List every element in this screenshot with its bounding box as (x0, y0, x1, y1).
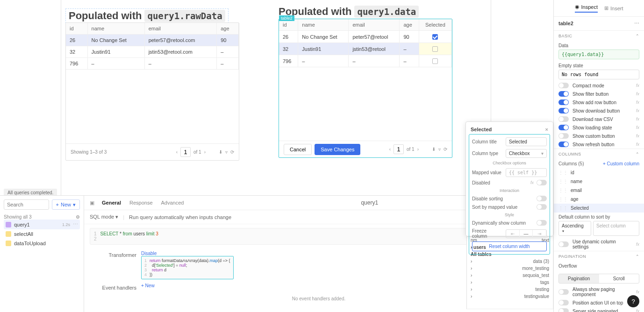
save-button[interactable]: Save Changes (315, 144, 360, 155)
toggle[interactable] (558, 289, 569, 295)
panel-icon[interactable]: ▣ (90, 200, 94, 206)
table-row[interactable]: 32Justin91jstin53@retool– (279, 43, 452, 55)
tab-general[interactable]: General (102, 200, 121, 206)
overflow-segment[interactable]: PaginationScroll (558, 274, 639, 284)
page-input[interactable] (180, 147, 191, 157)
close-icon[interactable]: × (545, 127, 548, 132)
refresh-icon[interactable]: ⟳ (230, 149, 234, 155)
toggle[interactable] (558, 125, 569, 130)
transformer-editor[interactable]: 1234 return formatDataAsArray(data).map(… (141, 256, 234, 279)
toggle[interactable] (558, 308, 569, 312)
download-icon[interactable]: ⬇ (219, 149, 222, 155)
sql-mode-select[interactable]: SQL mode ▾ (90, 214, 118, 220)
collapse-icon[interactable]: ⌃ (636, 254, 640, 259)
sidebar-item-query1[interactable]: query1 1.2s ⋯ (4, 220, 80, 229)
checkbox-icon[interactable] (432, 34, 438, 40)
schema-item[interactable]: › more_testing (467, 265, 553, 272)
col-email[interactable]: email (144, 23, 217, 35)
drag-icon[interactable]: ⋮⋮ (558, 170, 568, 175)
tab-response[interactable]: Response (129, 200, 153, 206)
reset-width-button[interactable]: Reset column width (472, 241, 547, 251)
sort-dir-select[interactable]: Ascending ▾ (558, 221, 591, 236)
schema-item[interactable]: › tags (467, 279, 553, 286)
column-item[interactable]: ⋮⋮age (554, 195, 644, 204)
data-input[interactable] (558, 50, 639, 59)
run-mode-select[interactable]: Run query automatically when inputs chan… (129, 214, 231, 220)
next-icon[interactable]: › (417, 147, 419, 152)
disabled-toggle[interactable] (537, 180, 547, 185)
sort-col-select[interactable]: Select column (593, 221, 639, 236)
tab-inspect[interactable]: ◉ Inspect (575, 4, 598, 13)
checkbox-icon[interactable] (432, 46, 438, 52)
page-input[interactable] (394, 144, 404, 154)
more-icon[interactable]: ⋯ (73, 221, 78, 227)
checkbox-icon[interactable] (432, 58, 438, 64)
drag-icon[interactable]: ⋮⋮ (558, 197, 568, 202)
dyn-cols-toggle[interactable] (558, 241, 569, 247)
search-input[interactable] (4, 199, 49, 210)
table-row[interactable]: 796––– (66, 58, 239, 70)
table-row[interactable]: 32Justin91jstin53@retool.com– (66, 46, 239, 58)
toggle[interactable] (558, 91, 569, 97)
toggle[interactable] (558, 83, 569, 88)
table-row[interactable]: 26No Change Setpeter57@retool.com90 (66, 35, 239, 46)
column-type-select[interactable]: Checkbox ▾ (506, 149, 547, 158)
col-email[interactable]: email (349, 19, 400, 31)
col-name[interactable]: name (298, 19, 349, 31)
schema-item[interactable]: › sequoia_test (467, 272, 553, 279)
toggle[interactable] (558, 133, 569, 139)
tab-advanced[interactable]: Advanced (161, 200, 184, 206)
disable-link[interactable]: Disable (141, 251, 157, 256)
tab-insert[interactable]: ⊞ Insert (604, 4, 623, 13)
disable-sort-toggle[interactable] (537, 196, 547, 201)
help-button[interactable]: ? (627, 295, 639, 307)
col-selected[interactable]: Selected (419, 19, 451, 31)
toggle[interactable] (558, 142, 569, 147)
table-row[interactable]: 796––– (279, 55, 452, 67)
new-handler-link[interactable]: + New (141, 283, 155, 288)
toggle[interactable] (558, 108, 569, 113)
column-item[interactable]: ⋮⋮email (554, 186, 644, 195)
collapse-icon[interactable]: ⌃ (636, 152, 640, 156)
cancel-button[interactable]: Cancel (284, 144, 312, 155)
prev-icon[interactable]: ‹ (389, 147, 391, 152)
new-button[interactable]: + New ▾ (52, 199, 80, 210)
mapped-value-input[interactable]: {{ self }} (506, 168, 547, 177)
sidebar-item-datatoupload[interactable]: dataToUpload (4, 239, 80, 248)
settings-icon[interactable]: ⚙ (76, 214, 80, 220)
filter-icon[interactable]: ▿ (438, 147, 441, 152)
column-item[interactable]: ⋮⋮Selected (554, 204, 644, 213)
empty-input[interactable] (558, 70, 639, 79)
sort-mapped-toggle[interactable] (537, 204, 547, 210)
toggle[interactable] (558, 99, 569, 105)
toggle[interactable] (558, 300, 569, 305)
prev-icon[interactable]: ‹ (176, 149, 178, 155)
add-column-link[interactable]: + Custom column (603, 161, 639, 166)
next-icon[interactable]: › (204, 149, 206, 155)
sidebar-item-selectall[interactable]: selectAll (4, 229, 80, 239)
schema-item[interactable]: › testing (467, 286, 553, 293)
column-item[interactable]: ⋮⋮id (554, 168, 644, 177)
col-age[interactable]: age (217, 23, 239, 35)
drag-icon[interactable]: ⋮⋮ (558, 179, 568, 184)
drag-icon[interactable]: ⋮⋮ (558, 188, 568, 193)
more-icon[interactable]: ⋯ (634, 21, 639, 27)
table2[interactable]: table2 id name email age Selected 26No C… (279, 19, 452, 158)
refresh-icon[interactable]: ⟳ (444, 147, 447, 152)
schema-item[interactable]: › data (3) (467, 258, 553, 265)
col-name[interactable]: name (87, 23, 144, 35)
collapse-icon[interactable]: ⌃ (636, 34, 640, 38)
filter-icon[interactable]: ▿ (225, 149, 228, 155)
column-title-input[interactable]: Selected (506, 137, 547, 146)
dyn-show-toggle[interactable] (537, 220, 547, 226)
drag-icon[interactable]: ⋮⋮ (558, 206, 568, 211)
col-id[interactable]: id (66, 23, 87, 35)
download-icon[interactable]: ⬇ (432, 147, 436, 152)
column-item[interactable]: ⋮⋮name (554, 177, 644, 186)
toggle[interactable] (558, 116, 569, 122)
freeze-segment[interactable]: ⇤—⇥ (506, 229, 547, 238)
table-row[interactable]: 26No Change Setpeter57@retool90 (279, 31, 452, 43)
col-age[interactable]: age (400, 19, 419, 31)
schema-item[interactable]: › testingvalue (467, 293, 553, 300)
table1[interactable]: id name email age 26No Change Setpeter57… (65, 22, 239, 161)
